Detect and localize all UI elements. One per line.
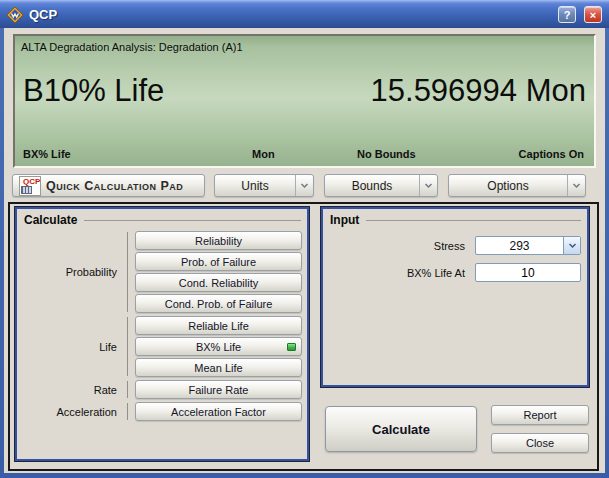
bx-life-at-label: BX% Life At — [407, 267, 465, 279]
report-button[interactable]: Report — [491, 405, 589, 425]
pad-button-label: Quick Calculation Pad — [46, 179, 183, 193]
status-metric: BX% Life — [23, 148, 71, 160]
result-label: B10% Life — [23, 73, 164, 109]
probability-section: Probability Reliability Prob. of Failure… — [15, 231, 307, 313]
calculate-group-title: Calculate — [15, 207, 309, 230]
bounds-dropdown[interactable]: Bounds — [324, 174, 438, 197]
calculator-grid-icon — [21, 186, 32, 194]
cond-reliability-button[interactable]: Cond. Reliability — [135, 273, 302, 292]
life-section: Life Reliable Life BX% Life Mean Life — [15, 316, 307, 377]
analysis-caption: ALTA Degradation Analysis: Degradation (… — [15, 36, 594, 53]
app-logo-icon — [7, 7, 23, 23]
status-units: Mon — [252, 148, 275, 160]
title-bar[interactable]: QCP ? × — [0, 0, 609, 28]
stress-label: Stress — [434, 240, 465, 252]
window-title: QCP — [29, 7, 552, 22]
result-row: B10% Life 15.596994 Mon — [15, 73, 594, 109]
cond-prob-of-failure-button[interactable]: Cond. Prob. of Failure — [135, 294, 302, 313]
bx-life-at-row: BX% Life At — [321, 263, 581, 282]
stress-value: 293 — [476, 237, 563, 254]
chevron-down-icon[interactable] — [563, 237, 580, 254]
rate-section: Rate Failure Rate — [15, 380, 307, 399]
chevron-down-icon[interactable] — [419, 175, 437, 196]
qcp-dialog: QCP ? × ALTA Degradation Analysis: Degra… — [0, 0, 609, 478]
input-group: Input Stress 293 BX% Life At — [320, 206, 590, 388]
qcp-pad-icon: QCP — [19, 176, 41, 196]
calculate-group: Calculate Probability Reliability Prob. … — [14, 206, 310, 462]
client-area: ALTA Degradation Analysis: Degradation (… — [4, 28, 605, 473]
main-panel: Calculate Probability Reliability Prob. … — [8, 202, 599, 471]
bx-life-at-input[interactable] — [475, 263, 581, 282]
category-label-acceleration: Acceleration — [15, 402, 127, 421]
display-status-bar: BX% Life Mon No Bounds Captions On — [15, 148, 594, 162]
quick-calculation-pad-button[interactable]: QCP Quick Calculation Pad — [12, 174, 205, 197]
chevron-down-icon[interactable] — [567, 175, 585, 196]
mean-life-button[interactable]: Mean Life — [135, 358, 302, 377]
reliable-life-button[interactable]: Reliable Life — [135, 316, 302, 335]
acceleration-factor-button[interactable]: Acceleration Factor — [135, 402, 302, 421]
selected-indicator-icon — [287, 343, 296, 351]
prob-of-failure-button[interactable]: Prob. of Failure — [135, 252, 302, 271]
status-bounds: No Bounds — [357, 148, 416, 160]
units-dropdown[interactable]: Units — [214, 174, 314, 197]
chevron-down-icon[interactable] — [295, 175, 313, 196]
options-dropdown[interactable]: Options — [448, 174, 586, 197]
result-value: 15.596994 Mon — [371, 73, 586, 109]
toolbar: QCP Quick Calculation Pad Units Bounds O… — [12, 174, 586, 198]
close-button[interactable]: Close — [491, 433, 589, 453]
acceleration-section: Acceleration Acceleration Factor — [15, 402, 307, 421]
close-window-button[interactable]: × — [584, 6, 602, 23]
help-button[interactable]: ? — [558, 6, 576, 23]
result-display: ALTA Degradation Analysis: Degradation (… — [13, 34, 596, 168]
input-group-title: Input — [321, 207, 589, 230]
failure-rate-button[interactable]: Failure Rate — [135, 380, 302, 399]
stress-row: Stress 293 — [321, 236, 581, 255]
category-label-life: Life — [15, 316, 127, 377]
category-label-rate: Rate — [15, 380, 127, 399]
reliability-button[interactable]: Reliability — [135, 231, 302, 250]
category-label-probability: Probability — [15, 231, 127, 313]
status-captions: Captions On — [519, 148, 584, 160]
stress-combobox[interactable]: 293 — [475, 236, 581, 255]
calculate-body: Probability Reliability Prob. of Failure… — [15, 230, 309, 421]
calculate-button[interactable]: Calculate — [325, 406, 477, 452]
bx-life-button[interactable]: BX% Life — [135, 337, 302, 356]
